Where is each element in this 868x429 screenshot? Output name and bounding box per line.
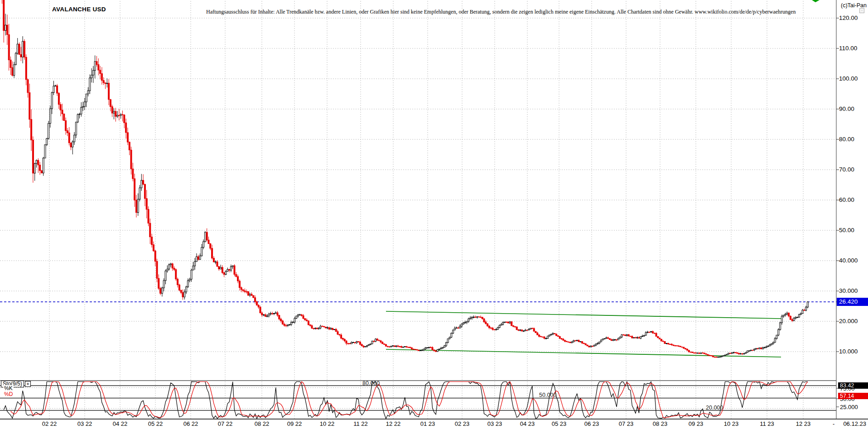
month-label: 08 23 [649,420,671,427]
price-tick-label: 80.00 [839,136,866,143]
month-label: 10 23 [720,420,742,427]
month-label: 12 22 [382,420,404,427]
month-label: 10 22 [316,420,338,427]
price-tick-label: 90.00 [839,105,866,112]
month-label: 06 22 [180,420,202,427]
candlestick-chart-canvas [0,0,868,429]
month-label: 07 23 [615,420,637,427]
sto-level-label: 50.000 [539,392,556,398]
price-tick-label: 60.00 [839,196,866,203]
month-label: 09 23 [685,420,707,427]
window-minimize-icon[interactable]: - [859,8,864,13]
price-tick-label: 50.00 [839,227,866,234]
month-label: 12 23 [792,420,814,427]
month-label: 03 23 [484,420,506,427]
sto-expand-icon[interactable]: + [25,381,31,387]
month-label: 11 23 [756,420,778,427]
green-marker-icon [812,0,820,2]
month-label: 04 23 [516,420,538,427]
sto-level-label: 80.000 [362,380,380,386]
sto-k-value-badge: 83.42 [838,382,868,389]
sto-k-legend: %K [3,385,14,391]
sto-level-label: 20.000 [706,405,723,411]
price-tick-label: 100.00 [839,75,866,82]
sto-tick-label: 25.000 [840,404,867,410]
disclaimer-text: Haftungsausschluss für Inhalte: Alle Tre… [206,9,796,15]
month-label: 06 23 [581,420,603,427]
month-label: 02 22 [39,420,60,427]
month-label: 05 22 [145,420,166,427]
sto-d-value-badge: 57.14 [838,393,868,399]
copyright-label: (c)Tai-Pan [841,2,867,9]
month-label: 02 23 [451,420,473,427]
price-tick-label: 40.000 [839,257,866,264]
page-title: AVALANCHE USD [52,6,106,13]
chart-window: AVALANCHE USD Haftungsausschluss für Inh… [0,0,868,429]
month-label: 07 22 [214,420,236,427]
price-tick-label: 30.000 [839,287,866,294]
month-label: 04 22 [109,420,131,427]
price-tick-label: 20.000 [839,318,866,324]
price-tick-label: 110.00 [839,45,866,52]
month-label: 09 22 [284,420,305,427]
month-label: 08 22 [251,420,273,427]
last-date-label: 06.12.23 [843,420,866,427]
sto-k-line [4,382,808,419]
price-tick-label: 70.00 [839,166,866,173]
month-label: 05 23 [548,420,570,427]
month-label: 03 22 [74,420,96,427]
sto-d-line [11,382,808,418]
month-label: 11 22 [350,420,371,427]
time-axis-dash: - [833,420,834,427]
current-price-badge: 26.420 [837,298,868,306]
price-tick-label: 120.00 [839,14,866,21]
sto-d-legend: %D [3,391,14,397]
price-tick-label: 10.000 [839,348,866,355]
month-label: 01 23 [417,420,439,427]
